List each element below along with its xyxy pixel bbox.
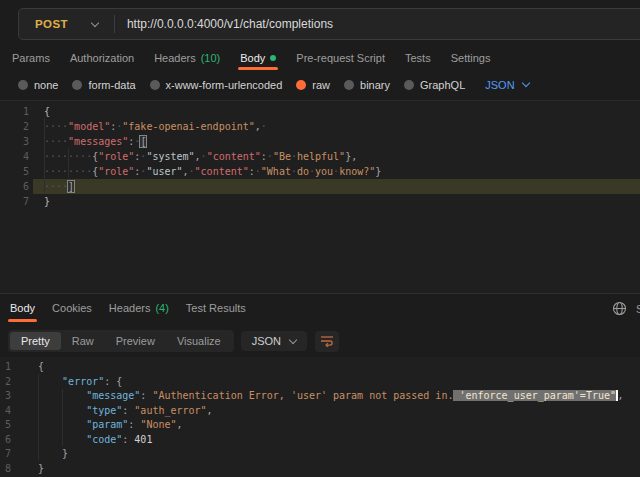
tab-label: Settings (451, 52, 491, 64)
response-tabs: BodyCookiesHeaders(4)Test Results (0, 294, 640, 322)
request-tab-tests[interactable]: Tests (405, 45, 431, 70)
body-mode-none[interactable]: none (18, 79, 58, 91)
tab-label: Body (10, 302, 35, 314)
tab-label: Body (240, 52, 265, 64)
code-line-7: 7 } (0, 447, 640, 462)
line-number: 3 (0, 134, 33, 149)
url-bar: POST http://0.0.0.0:4000/v1/chat/complet… (18, 8, 640, 40)
line-number: 8 (0, 462, 16, 477)
method-selector[interactable]: POST (19, 9, 114, 39)
mode-label: binary (360, 79, 390, 91)
raw-language-label: JSON (485, 79, 514, 91)
tab-count-badge: (4) (155, 302, 168, 314)
code-line-5: 5········{"role":·"user",·"content":·"Wh… (0, 164, 640, 179)
wrap-text-button[interactable] (315, 331, 339, 352)
request-tab-settings[interactable]: Settings (451, 45, 491, 70)
response-tab-cookies[interactable]: Cookies (52, 294, 92, 322)
code-line-2: 2 "error": { (0, 375, 640, 390)
line-number: 2 (0, 119, 33, 134)
line-number: 6 (0, 179, 33, 194)
body-mode-x-www-form-urlencoded[interactable]: x-www-form-urlencoded (150, 79, 283, 91)
body-mode-row: noneform-datax-www-form-urlencodedrawbin… (0, 71, 529, 98)
tab-label: Pre-request Script (296, 52, 385, 64)
view-mode-raw[interactable]: Raw (61, 332, 105, 350)
request-tab-params[interactable]: Params (12, 45, 50, 70)
mode-label: raw (312, 79, 330, 91)
indent-guide (38, 374, 39, 460)
radio-icon (18, 80, 28, 90)
radio-icon (296, 80, 306, 90)
response-format-dropdown[interactable]: JSON (241, 331, 307, 351)
request-tabs: ParamsAuthorizationHeaders(10)BodyPre-re… (0, 45, 640, 70)
line-number: 5 (0, 418, 16, 433)
view-mode-pretty[interactable]: Pretty (10, 332, 61, 350)
view-mode-segmented-control: PrettyRawPreviewVisualize (8, 330, 234, 352)
url-input[interactable]: http://0.0.0.0:4000/v1/chat/completions (115, 17, 333, 31)
response-format-label: JSON (252, 335, 281, 347)
code-line-8: 8} (0, 462, 640, 477)
body-mode-graphql[interactable]: GraphQL (404, 79, 465, 91)
code-line-5: 5 "param": "None", (0, 418, 640, 433)
tab-label: Cookies (52, 302, 92, 314)
tab-label: Headers (109, 302, 151, 314)
code-line-4: 4 "type": "auth_error", (0, 404, 640, 419)
view-mode-preview[interactable]: Preview (105, 332, 166, 350)
code-line-2: 2····"model":·"fake-openai-endpoint",· (0, 119, 640, 134)
line-number: 4 (0, 149, 33, 164)
request-tab-body[interactable]: Body (240, 45, 276, 70)
view-mode-visualize[interactable]: Visualize (166, 332, 232, 350)
mode-label: GraphQL (420, 79, 465, 91)
radio-icon (72, 80, 82, 90)
tab-count-badge: (10) (201, 52, 221, 64)
radio-icon (344, 80, 354, 90)
mode-label: form-data (88, 79, 135, 91)
body-mode-raw[interactable]: raw (296, 79, 330, 91)
radio-icon (150, 80, 160, 90)
globe-icon[interactable] (612, 301, 627, 320)
request-tab-pre-request-script[interactable]: Pre-request Script (296, 45, 385, 70)
chevron-down-icon (91, 18, 99, 26)
code-line-7: 7} (0, 194, 640, 209)
indent-guide (44, 118, 45, 193)
wrap-text-icon (320, 335, 334, 347)
code-line-1: 1{ (0, 104, 640, 119)
line-number: 5 (0, 164, 33, 179)
request-body-editor[interactable]: 1{2····"model":·"fake-openai-endpoint",·… (0, 100, 640, 293)
line-number: 1 (0, 104, 33, 119)
tab-label: Tests (405, 52, 431, 64)
radio-icon (404, 80, 414, 90)
response-tab-body[interactable]: Body (10, 294, 35, 322)
chevron-down-icon (521, 79, 529, 87)
line-number: 1 (0, 360, 16, 375)
response-view-toolbar: PrettyRawPreviewVisualize JSON (0, 329, 339, 353)
chevron-down-icon (289, 335, 297, 343)
clipped-status-text: S (636, 303, 640, 315)
postman-app: POST http://0.0.0.0:4000/v1/chat/complet… (0, 0, 640, 477)
indent-guide (62, 389, 63, 446)
tab-label: Headers (154, 52, 196, 64)
line-number: 3 (0, 389, 16, 404)
body-mode-form-data[interactable]: form-data (72, 79, 135, 91)
code-line-4: 4········{"role":·"system",·"content":·"… (0, 149, 640, 164)
tab-label: Authorization (70, 52, 134, 64)
code-line-6: 6 "code": 401 (0, 433, 640, 448)
mode-label: none (34, 79, 58, 91)
response-tab-headers[interactable]: Headers(4) (109, 294, 169, 322)
line-number: 7 (0, 194, 33, 209)
code-line-3: 3 "message": "Authentication Error, 'use… (0, 389, 640, 404)
response-tab-test-results[interactable]: Test Results (186, 294, 246, 322)
line-number: 6 (0, 433, 16, 448)
mode-label: x-www-form-urlencoded (166, 79, 283, 91)
method-label: POST (35, 18, 68, 30)
request-tab-headers[interactable]: Headers(10) (154, 45, 220, 70)
green-dot-icon (270, 55, 276, 61)
line-number: 7 (0, 447, 16, 462)
tab-label: Test Results (186, 302, 246, 314)
code-line-6: 6····] (0, 179, 640, 194)
response-body-editor[interactable]: 1{2 "error": {3 "message": "Authenticati… (0, 357, 640, 477)
body-mode-binary[interactable]: binary (344, 79, 390, 91)
raw-language-dropdown[interactable]: JSON (485, 79, 528, 91)
tab-label: Params (12, 52, 50, 64)
request-tab-authorization[interactable]: Authorization (70, 45, 134, 70)
line-number: 4 (0, 404, 16, 419)
